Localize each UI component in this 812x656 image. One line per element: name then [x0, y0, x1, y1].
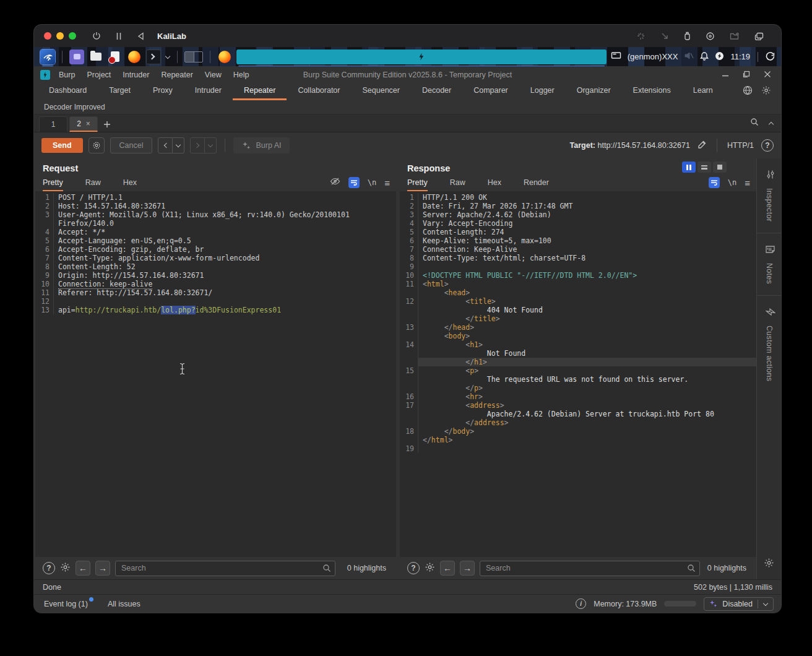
hide-nonprintable-eye-icon[interactable] [330, 177, 340, 188]
search-settings-gear-icon[interactable] [425, 562, 435, 575]
tab-extensions[interactable]: Extensions [622, 84, 682, 100]
response-search-input[interactable] [480, 561, 700, 576]
ai-status-dropdown[interactable]: Disabled [704, 597, 774, 611]
view-tab-hex[interactable]: Hex [123, 176, 137, 191]
edit-target-pencil-icon[interactable] [698, 140, 707, 152]
view-tab-raw[interactable]: Raw [85, 176, 101, 191]
word-wrap-toggle[interactable] [348, 177, 360, 188]
add-tab-button[interactable] [99, 116, 115, 132]
search-next-button[interactable]: → [460, 561, 475, 576]
response-editor[interactable]: 1HTTP/1.1 200 OK2Date: Fri, 27 Mar 2026 … [400, 191, 756, 557]
document-blocked-icon[interactable] [108, 50, 123, 64]
sidebar-tab-custom-actions[interactable]: Custom actions [757, 295, 781, 392]
power-manager-icon[interactable] [715, 51, 724, 63]
search-icon[interactable] [750, 118, 759, 129]
back-icon[interactable] [137, 32, 145, 40]
terminal-icon[interactable] [146, 50, 161, 64]
editor-menu-icon[interactable]: ≡ [745, 178, 750, 188]
resize-icon[interactable] [660, 32, 669, 40]
layout-columns-button[interactable] [682, 162, 696, 173]
menu-repeater[interactable]: Repeater [161, 71, 192, 79]
close-tab-icon[interactable]: × [86, 120, 90, 127]
tab-sequencer[interactable]: Sequencer [351, 84, 410, 100]
search-help-icon[interactable]: ? [43, 562, 55, 574]
repeater-tab-2[interactable]: 2× [69, 116, 98, 132]
file-manager-icon[interactable] [89, 50, 103, 64]
collapse-icon[interactable] [769, 121, 774, 126]
sidebar-tab-inspector[interactable]: Inspector [757, 158, 781, 233]
window-manager-icon[interactable] [69, 50, 84, 64]
tab-repeater[interactable]: Repeater [233, 84, 287, 100]
pointer-capture-icon[interactable] [636, 32, 646, 41]
audio-muted-icon[interactable] [684, 51, 694, 62]
tab-decoder[interactable]: Decoder [411, 84, 462, 100]
request-search-input[interactable] [115, 561, 335, 576]
tab-dashboard[interactable]: Dashboard [38, 84, 98, 100]
history-forward-dropdown[interactable] [205, 137, 217, 153]
terminal-dropdown-icon[interactable] [165, 54, 170, 59]
view-tab-hex[interactable]: Hex [488, 176, 501, 191]
workspace-pager-icon[interactable] [184, 51, 203, 63]
view-tab-pretty[interactable]: Pretty [43, 176, 63, 191]
usb-icon[interactable] [684, 32, 691, 41]
tab-learn[interactable]: Learn [682, 84, 724, 100]
view-tab-raw[interactable]: Raw [450, 176, 465, 191]
menu-view[interactable]: View [205, 71, 222, 79]
search-help-icon[interactable]: ? [407, 562, 420, 574]
menu-project[interactable]: Project [87, 71, 111, 79]
minimize-window-button[interactable] [56, 32, 64, 40]
history-back-dropdown[interactable] [173, 137, 184, 153]
extension-tab-decoder-improved[interactable]: Decoder Improved [41, 101, 108, 113]
request-editor[interactable]: 1POST / HTTP/1.12Host: 154.57.164.80:326… [35, 191, 396, 557]
tab-proxy[interactable]: Proxy [142, 84, 184, 100]
shared-folder-icon[interactable] [730, 32, 740, 40]
zoom-window-button[interactable] [69, 32, 76, 40]
search-settings-gear-icon[interactable] [60, 562, 71, 575]
show-newlines-toggle[interactable]: \n [368, 178, 376, 187]
menu-intruder[interactable]: Intruder [123, 71, 149, 79]
language-globe-icon[interactable] [743, 85, 753, 98]
tab-intruder[interactable]: Intruder [184, 84, 233, 100]
tab-target[interactable]: Target [98, 84, 142, 100]
burp-ai-button[interactable]: Burp AI [233, 137, 290, 153]
tab-organizer[interactable]: Organizer [566, 84, 622, 100]
send-settings-gear-icon[interactable] [89, 137, 105, 153]
info-icon[interactable]: i [576, 598, 586, 609]
pause-icon[interactable] [116, 32, 122, 40]
tab-logger[interactable]: Logger [519, 84, 566, 100]
word-wrap-toggle[interactable] [709, 177, 720, 188]
history-forward-button[interactable] [190, 137, 205, 153]
show-newlines-toggle[interactable]: \n [728, 178, 736, 187]
settings-gear-icon[interactable] [761, 85, 771, 98]
search-next-button[interactable]: → [95, 561, 110, 576]
all-issues-button[interactable]: All issues [108, 600, 140, 608]
firefox-icon[interactable] [217, 50, 232, 64]
tab-comparer[interactable]: Comparer [462, 84, 519, 100]
close-window-button[interactable] [44, 32, 51, 40]
minimize-icon[interactable] [722, 69, 729, 80]
event-log-button[interactable]: Event log (1) [41, 600, 88, 608]
maximize-icon[interactable] [743, 69, 750, 80]
cancel-button[interactable]: Cancel [110, 137, 153, 153]
sidebar-tab-notes[interactable]: Notes [757, 233, 781, 295]
tab-collaborator[interactable]: Collaborator [287, 84, 351, 100]
search-prev-button[interactable]: ← [76, 561, 90, 576]
burp-taskbar-icon[interactable] [236, 50, 607, 64]
menu-help[interactable]: Help [233, 71, 249, 79]
layout-rows-button[interactable] [698, 162, 711, 173]
drive-icon[interactable] [706, 32, 715, 41]
close-icon[interactable] [764, 69, 771, 80]
display-icon[interactable] [611, 51, 621, 62]
history-back-button[interactable] [158, 137, 173, 153]
notification-bell-icon[interactable] [700, 51, 709, 63]
send-button[interactable]: Send [41, 138, 83, 153]
sidebar-settings-gear-icon[interactable] [764, 558, 774, 579]
firefox-icon[interactable] [127, 50, 142, 64]
repeater-tab-1[interactable]: 1 [39, 116, 67, 132]
windows-icon[interactable] [754, 32, 764, 40]
power-icon[interactable] [92, 32, 101, 40]
menu-burp[interactable]: Burp [59, 71, 75, 79]
view-tab-pretty[interactable]: Pretty [407, 176, 428, 191]
view-tab-render[interactable]: Render [524, 176, 549, 191]
search-prev-button[interactable]: ← [440, 561, 455, 576]
